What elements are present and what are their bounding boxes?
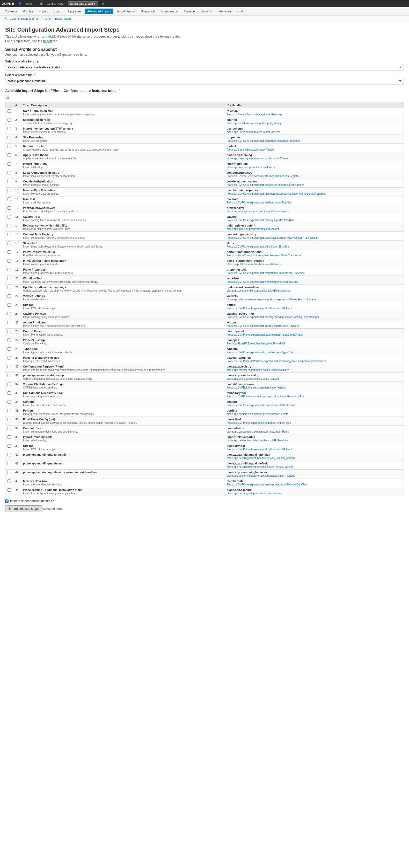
breadcrumb-generic-setup[interactable]: Generic Setup Tool <box>9 17 34 20</box>
step-checkbox[interactable] <box>7 453 11 457</box>
step-id-cell: componentregistry Products.GenericSetup.… <box>225 170 404 179</box>
step-checkbox[interactable] <box>7 250 11 254</box>
step-checkbox[interactable] <box>7 215 11 218</box>
nav-item-export[interactable]: Export <box>51 8 65 14</box>
step-checkbox[interactable] <box>7 382 11 386</box>
step-checkbox[interactable] <box>7 400 11 404</box>
step-checkbox[interactable] <box>7 286 11 289</box>
nav-item-upgrades[interactable]: Upgrades <box>66 8 84 14</box>
step-id-cell: repositorytool Products.CMFEditions.expo… <box>225 390 404 399</box>
step-checkbox[interactable] <box>7 224 11 227</box>
step-checkbox[interactable] <box>7 118 11 122</box>
step-checkbox[interactable] <box>7 435 11 439</box>
select-type-dropdown[interactable]: Select type to add ▾ <box>68 1 98 6</box>
step-checkbox[interactable] <box>7 171 11 175</box>
step-handler: plone.outputfilters.setuphandlers.import… <box>227 263 402 266</box>
breadcrumb-plone[interactable]: Plone <box>43 17 51 20</box>
step-checkbox[interactable] <box>7 268 11 271</box>
breadcrumb-portal-setup[interactable]: portal_setup <box>55 17 71 20</box>
step-checkbox[interactable] <box>7 277 11 280</box>
step-checkbox[interactable] <box>7 136 11 139</box>
page-description: This tool allows one to re-run individua… <box>5 35 404 38</box>
step-title-cell: Configuration Registry (Plone) Import in… <box>21 364 225 373</box>
step-desc: Import custom roles and non-default role… <box>23 113 222 116</box>
profile-by-title-select[interactable]: Plone Conference site features: Install <box>5 64 404 71</box>
gear-icon[interactable]: ⚙ <box>100 2 106 6</box>
import-tab-link[interactable]: Import <box>43 39 52 43</box>
step-id: actions <box>227 321 402 324</box>
step-checkbox[interactable] <box>7 365 11 368</box>
step-checkbox[interactable] <box>7 427 11 430</box>
nav-item-snapshots[interactable]: Snapshots <box>138 8 158 14</box>
step-checkbox[interactable] <box>7 418 11 421</box>
nav-item-advanced-import[interactable]: Advanced Import <box>84 8 113 14</box>
step-checkbox[interactable] <box>7 153 11 157</box>
step-handler: Products.CMFCore.exportimport.properties… <box>227 140 402 142</box>
table-row: 41 plone.app.multilingual default plone.… <box>5 461 404 470</box>
step-title: Types Tool <box>23 347 222 350</box>
step-checkbox[interactable] <box>7 356 11 360</box>
step-checkbox[interactable] <box>7 233 11 236</box>
step-checkbox[interactable] <box>7 180 11 183</box>
step-checkbox[interactable] <box>7 110 11 113</box>
step-checkbox[interactable] <box>7 303 11 307</box>
step-checkbox[interactable] <box>7 189 11 192</box>
step-checkbox[interactable] <box>7 321 11 324</box>
step-checkbox[interactable] <box>7 127 11 130</box>
step-title-cell: plone.app.event catalog setup registers … <box>21 373 225 381</box>
step-checkbox-cell <box>5 311 13 320</box>
step-title-cell: Sharing (local) roles The roles that are… <box>21 117 225 126</box>
step-checkbox[interactable] <box>7 259 11 262</box>
nav-item-find[interactable]: Find <box>234 8 245 14</box>
nav-bar: ContentsProfilesImportExportUpgradesAdva… <box>0 7 409 16</box>
step-checkbox[interactable] <box>7 197 11 201</box>
step-title: MemberData Properties <box>23 189 222 192</box>
control-panel-link[interactable]: Control Panel <box>45 2 66 6</box>
step-id: plonepas <box>227 339 402 342</box>
step-title-cell: Workflow Tool Import workflow tool's wor… <box>21 276 225 285</box>
nav-item-import[interactable]: Import <box>36 8 50 14</box>
step-checkbox[interactable] <box>7 462 11 465</box>
step-id: import-relations-utils <box>227 435 402 438</box>
nav-item-security[interactable]: Security <box>198 8 214 14</box>
table-row: 30 Configuration Registry (Plone) Import… <box>5 364 404 373</box>
step-checkbox[interactable] <box>7 479 11 483</box>
step-title: Apply Diazo theme <box>23 153 222 157</box>
step-num: 36 <box>13 417 21 426</box>
nav-item-profiles[interactable]: Profiles <box>20 8 36 14</box>
step-checkbox[interactable] <box>7 206 11 210</box>
nav-item-comparison[interactable]: Comparison <box>159 8 181 14</box>
step-checkbox[interactable] <box>7 162 11 166</box>
step-checkbox[interactable] <box>7 330 11 333</box>
step-title-cell: Import member custom TTW schema Import m… <box>21 126 225 135</box>
step-checkbox[interactable] <box>7 374 11 377</box>
step-num: 10 <box>13 188 21 196</box>
step-id-cell: import-relations-utils plone.app.relatio… <box>225 434 404 443</box>
step-checkbox-cell <box>5 478 13 487</box>
nav-item-manage[interactable]: Manage <box>181 8 198 14</box>
step-checkbox[interactable] <box>7 145 11 148</box>
step-checkbox[interactable] <box>7 312 11 315</box>
admin-link[interactable]: admin <box>24 2 35 6</box>
breadcrumb: 🔧 Generic Setup Tool at / Plone / portal… <box>0 16 409 22</box>
import-selected-button[interactable]: Import selected steps <box>5 505 42 512</box>
step-checkbox[interactable] <box>7 339 11 342</box>
step-checkbox[interactable] <box>7 242 11 245</box>
col-header-id: ID / Handler <box>225 102 404 108</box>
step-checkbox[interactable] <box>7 409 11 412</box>
include-deps-checkbox[interactable] <box>5 499 8 503</box>
step-checkbox[interactable] <box>7 294 11 298</box>
profile-by-id-select[interactable]: profile-ploneconf:site:default <box>5 78 404 85</box>
nav-item-contents[interactable]: Contents <box>2 8 20 14</box>
settings-icon[interactable]: ☰ <box>5 95 10 100</box>
nav-item-tarball-import[interactable]: Tarball Import <box>114 8 138 14</box>
step-checkbox[interactable] <box>7 488 11 492</box>
step-handler: Products.CMFCore.exportimport.contenttyp… <box>227 236 402 239</box>
nav-item-interfaces[interactable]: Interfaces <box>215 8 234 14</box>
step-checkbox[interactable] <box>7 347 11 351</box>
step-checkbox[interactable] <box>7 391 11 395</box>
step-desc: Import workflow tool's workflow definiti… <box>23 280 222 283</box>
step-checkbox[interactable] <box>7 444 11 447</box>
step-checkbox[interactable] <box>7 471 11 474</box>
step-id-cell: plone.app.multilingual_uninstall plone.a… <box>225 452 404 461</box>
